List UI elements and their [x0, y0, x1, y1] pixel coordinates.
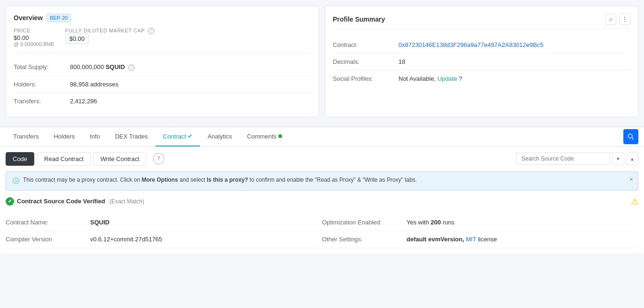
tabs-section: Transfers Holders Info DEX Trades Contra… [0, 127, 644, 254]
compiler-label: Compiler Version [6, 236, 90, 243]
compiler-row: Compiler Version v0.6.12+commit.27d51765 [6, 231, 322, 248]
supply-info-icon[interactable]: ⓘ [128, 64, 135, 71]
tab-comments[interactable]: Comments [239, 127, 290, 146]
other-settings-label: Other Settings: [322, 236, 406, 243]
price-value: $0.00 [14, 34, 54, 41]
social-question: ? [459, 75, 462, 82]
profile-header: Profile Summary ○ ⋮ [333, 14, 630, 29]
decimals-value: 18 [399, 58, 630, 65]
total-supply-label: Total Supply: [14, 63, 70, 70]
social-row: Social Profiles: Not Available, Update ? [333, 70, 630, 87]
bep20-badge: BEP-20 [46, 14, 71, 22]
contract-name-value: SQUID [90, 219, 109, 226]
tab-contract[interactable]: Contract ✔ [155, 127, 200, 146]
holders-value: 98,958 addresses [70, 81, 118, 88]
total-supply-value: 800,000,000 SQUID ⓘ [70, 63, 135, 71]
social-value: Not Available, Update ? [399, 75, 630, 82]
contract-address-link[interactable]: 0x87230146E138d3F296a9a77e497A2A83012e9B… [399, 41, 544, 48]
tab-comments-label: Comments [247, 133, 276, 140]
contract-check-icon: ✔ [188, 133, 192, 139]
help-icon[interactable]: ? [153, 153, 164, 164]
other-settings-row: Other Settings: default evmVersion, MIT … [322, 231, 638, 248]
tab-holders[interactable]: Holders [46, 127, 82, 146]
profile-actions: ○ ⋮ [605, 14, 630, 25]
social-update-link[interactable]: Update [437, 75, 457, 82]
alert-close-btn[interactable]: × [629, 176, 633, 183]
profile-options-btn[interactable]: ○ [605, 14, 616, 25]
tab-info[interactable]: Info [82, 127, 107, 146]
contract-label: Contract: [333, 41, 399, 48]
transfers-value: 2,412,296 [70, 98, 97, 105]
contract-name-row: Contract Name: SQUID [6, 214, 322, 231]
warning-icon: ⚠ [631, 196, 638, 207]
tab-info-label: Info [90, 133, 100, 140]
alert-more-options: More Options [142, 177, 178, 183]
alert-text: This contract may be a proxy contract. C… [23, 177, 417, 183]
btn-group: Code Read Contract Write Contract ? ▾ ▴ [6, 152, 638, 166]
verified-row: ✔ Contract Source Code Verified (Exact M… [6, 196, 638, 207]
contract-row: Contract: 0x87230146E138d3F296a9a77e497A… [333, 37, 630, 54]
contract-name-label: Contract Name: [6, 219, 90, 226]
tab-analytics-label: Analytics [207, 133, 232, 140]
left-details: Contract Name: SQUID Compiler Version v0… [6, 214, 322, 248]
market-cap-block: FULLY DILUTED MARKET CAP ⓘ $0.00 [65, 28, 154, 47]
mit-license-link[interactable]: MIT [466, 236, 476, 243]
verified-check-icon: ✔ [6, 197, 14, 206]
market-cap-value: $0.00 [65, 33, 89, 44]
transfers-row: Transfers: 2,412,296 [14, 93, 311, 109]
optimization-value: Yes with 200 runs [406, 219, 454, 226]
holders-label: Holders: [14, 81, 70, 88]
price-bnb: @ 0.000000 BNB [14, 41, 54, 47]
expand-up-btn[interactable]: ▴ [626, 152, 638, 165]
social-not-available: Not Available, [399, 75, 436, 82]
alert-info-icon: ⓘ [13, 177, 19, 185]
global-search-btn[interactable] [623, 129, 638, 144]
search-icon [628, 133, 634, 140]
contract-address: 0x87230146E138d3F296a9a77e497A2A83012e9B… [399, 41, 630, 48]
search-source-input[interactable] [516, 153, 610, 165]
social-label: Social Profiles: [333, 75, 399, 82]
write-contract-btn[interactable]: Write Contract [93, 152, 146, 166]
svg-line-1 [632, 138, 634, 139]
expand-down-btn[interactable]: ▾ [612, 152, 624, 165]
tab-transfers[interactable]: Transfers [6, 127, 46, 146]
proxy-alert: ⓘ This contract may be a proxy contract.… [6, 171, 638, 191]
profile-more-btn[interactable]: ⋮ [619, 14, 630, 25]
contract-content: Code Read Contract Write Contract ? ▾ ▴ … [0, 146, 644, 254]
transfers-label: Transfers: [14, 98, 70, 105]
profile-title: Profile Summary [333, 15, 385, 23]
compiler-value: v0.6.12+commit.27d51765 [90, 236, 162, 243]
price-market-row: PRICE $0.00 @ 0.000000 BNB FULLY DILUTED… [14, 28, 311, 53]
tab-dex-trades[interactable]: DEX Trades [107, 127, 155, 146]
decimals-row: Decimals: 18 [333, 54, 630, 70]
tab-analytics[interactable]: Analytics [200, 127, 239, 146]
price-label: PRICE [14, 28, 54, 33]
tab-contract-label: Contract [163, 133, 186, 140]
decimals-label: Decimals: [333, 58, 399, 65]
overview-card: Overview BEP-20 PRICE $0.00 @ 0.000000 B… [6, 6, 319, 117]
overview-header: Overview BEP-20 [14, 14, 311, 22]
optimization-label: Optimization Enabled: [322, 219, 406, 226]
overview-rows: Total Supply: 800,000,000 SQUID ⓘ Holder… [14, 59, 311, 109]
code-btn[interactable]: Code [6, 152, 34, 166]
total-supply-row: Total Supply: 800,000,000 SQUID ⓘ [14, 59, 311, 76]
contract-details: Contract Name: SQUID Compiler Version v0… [6, 214, 638, 248]
overview-title: Overview [14, 14, 43, 22]
read-contract-btn[interactable]: Read Contract [37, 152, 91, 166]
exact-match-label: (Exact Match) [108, 198, 144, 205]
tab-transfers-label: Transfers [13, 133, 38, 140]
tab-dex-trades-label: DEX Trades [115, 133, 148, 140]
tabs-bar: Transfers Holders Info DEX Trades Contra… [0, 127, 644, 146]
comments-dot-icon [278, 134, 282, 138]
market-cap-info-icon[interactable]: ⓘ [148, 28, 154, 34]
search-source-wrapper: ▾ ▴ [516, 152, 638, 165]
other-settings-value: default evmVersion, MIT license [406, 236, 497, 243]
alert-is-proxy: Is this a proxy? [207, 177, 248, 183]
right-details: Optimization Enabled: Yes with 200 runs … [322, 214, 638, 248]
holders-row: Holders: 98,958 addresses [14, 76, 311, 93]
tab-holders-label: Holders [54, 133, 75, 140]
profile-card: Profile Summary ○ ⋮ Contract: 0x87230146… [325, 6, 638, 117]
optimization-row: Optimization Enabled: Yes with 200 runs [322, 214, 638, 231]
price-block: PRICE $0.00 @ 0.000000 BNB [14, 28, 54, 47]
verified-label: Contract Source Code Verified [17, 198, 105, 205]
